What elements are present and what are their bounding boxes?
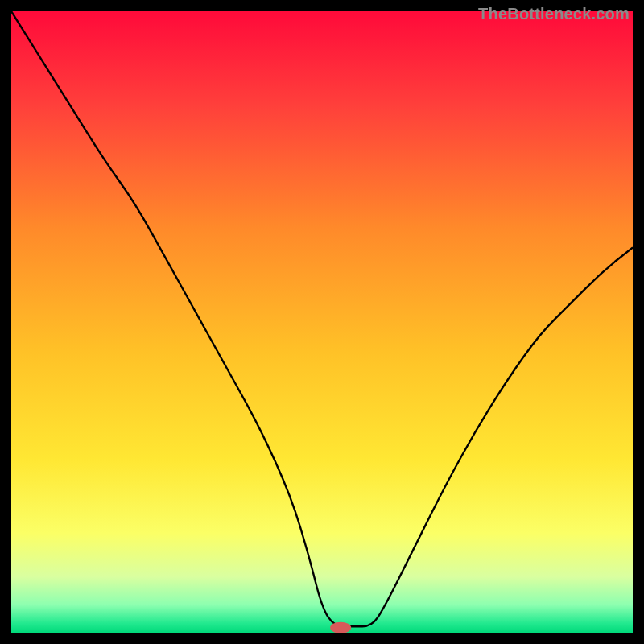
chart-frame [11,11,633,633]
watermark-text: TheBottleneck.com [478,5,630,23]
chart-svg [11,11,633,633]
chart-background-gradient [11,11,633,633]
